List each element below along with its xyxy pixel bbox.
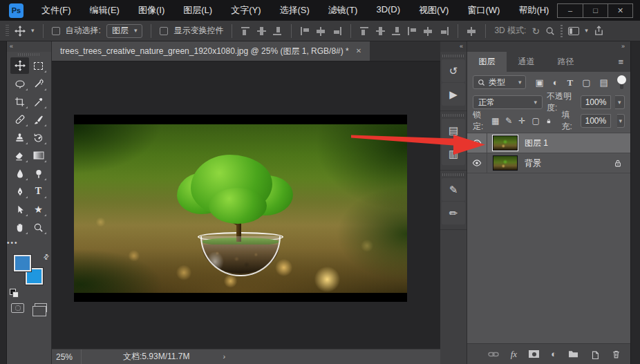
quick-mask-button[interactable] xyxy=(11,303,24,313)
maximize-button[interactable]: □ xyxy=(583,4,608,17)
align-left-edges-icon[interactable] xyxy=(300,26,310,36)
auto-select-checkbox[interactable] xyxy=(52,27,60,35)
filter-type-layers-icon[interactable]: T xyxy=(567,78,574,87)
link-layers-icon[interactable] xyxy=(488,350,499,358)
filter-shape-layers-icon[interactable]: ▢ xyxy=(582,78,590,87)
actions-panel-button[interactable]: ▶ xyxy=(442,83,465,106)
edit-toolbar-icon[interactable]: ••• xyxy=(7,240,19,247)
pasteboard[interactable] xyxy=(52,61,440,349)
blur-tool[interactable] xyxy=(10,165,29,182)
lock-position-icon[interactable]: ✛ xyxy=(518,117,525,125)
pen-tool[interactable] xyxy=(10,183,29,200)
path-selection-tool[interactable] xyxy=(10,201,29,218)
new-group-icon[interactable] xyxy=(568,349,578,358)
dodge-tool[interactable] xyxy=(29,165,48,182)
filter-pixel-layers-icon[interactable]: ▣ xyxy=(535,78,543,87)
menu-image[interactable]: 图像(I) xyxy=(138,4,164,17)
document-tab[interactable]: trees_trees_creative_nature_green_1920x1… xyxy=(52,41,370,61)
tab-paths[interactable]: 路径 xyxy=(546,52,585,72)
lock-artboard-icon[interactable]: ▢ xyxy=(531,117,539,125)
magic-wand-tool[interactable] xyxy=(29,75,48,92)
3d-rotate-icon[interactable]: ↻ xyxy=(531,26,540,36)
menu-type[interactable]: 文字(Y) xyxy=(231,4,261,17)
background-thumbnail[interactable] xyxy=(493,155,518,171)
workspace-caret-icon[interactable]: ▾ xyxy=(585,28,588,34)
layer-row-layer1[interactable]: 图层 1 xyxy=(467,133,630,153)
menu-window[interactable]: 窗口(W) xyxy=(467,4,500,17)
opacity-caret[interactable]: ▾ xyxy=(615,95,625,109)
zoom-level-field[interactable]: 25% xyxy=(52,349,82,364)
brushes-panel-button[interactable]: ✏ xyxy=(442,202,465,224)
fill-field[interactable]: 100% xyxy=(581,114,611,128)
menu-select[interactable]: 选择(S) xyxy=(279,4,309,17)
blend-mode-dropdown[interactable]: 正常 ▾ xyxy=(473,95,543,109)
3d-zoom-icon[interactable] xyxy=(545,26,555,36)
show-transform-checkbox[interactable] xyxy=(160,27,168,35)
history-panel-button[interactable]: ↺ xyxy=(442,59,465,82)
move-tool[interactable] xyxy=(10,57,29,74)
brush-settings-panel-button[interactable]: ✎ xyxy=(442,178,465,201)
distribute-left-icon[interactable] xyxy=(407,26,417,36)
opacity-field[interactable]: 100% xyxy=(581,95,611,109)
canvas-image[interactable] xyxy=(74,115,407,302)
layer-style-fx-icon[interactable]: fx xyxy=(511,349,517,358)
menu-help[interactable]: 帮助(H) xyxy=(518,4,549,17)
status-chevron-icon[interactable]: › xyxy=(223,353,226,361)
filter-toggle-switch[interactable] xyxy=(617,75,625,89)
collapse-tools-icon[interactable]: « xyxy=(10,44,13,50)
close-button[interactable]: ✕ xyxy=(608,4,632,17)
foreground-color-swatch[interactable] xyxy=(14,255,31,271)
healing-brush-tool[interactable] xyxy=(10,111,29,128)
custom-shape-tool[interactable]: ★ xyxy=(29,201,48,218)
gradient-tool[interactable] xyxy=(29,147,48,164)
menu-edit[interactable]: 编辑(E) xyxy=(90,4,120,17)
hand-tool[interactable] xyxy=(10,219,29,236)
filter-type-dropdown[interactable]: 类型 ▾ xyxy=(473,75,526,89)
workspace-icon[interactable] xyxy=(568,27,579,35)
delete-layer-icon[interactable] xyxy=(612,349,621,359)
new-layer-icon[interactable] xyxy=(590,349,600,359)
add-layer-mask-icon[interactable] xyxy=(529,350,539,358)
distribute-spacing-icon[interactable] xyxy=(467,26,477,36)
expand-panels-icon[interactable]: « xyxy=(460,44,463,50)
layer1-name[interactable]: 图层 1 xyxy=(525,137,548,149)
menu-file[interactable]: 文件(F) xyxy=(41,4,71,17)
align-vertical-centers-icon[interactable] xyxy=(256,26,267,36)
share-icon[interactable] xyxy=(594,26,604,36)
align-bottom-edges-icon[interactable] xyxy=(272,26,283,36)
minimize-button[interactable]: – xyxy=(558,4,583,17)
tool-preset-caret-icon[interactable]: ▾ xyxy=(31,28,35,34)
background-name[interactable]: 背景 xyxy=(525,157,541,169)
default-colors-icon[interactable] xyxy=(10,289,16,295)
filter-smart-objects-icon[interactable]: ▤ xyxy=(600,78,608,87)
lock-image-pixels-icon[interactable]: ✎ xyxy=(505,117,512,125)
lock-transparent-pixels-icon[interactable]: ▦ xyxy=(491,117,499,125)
distribute-bottom-icon[interactable] xyxy=(391,26,402,36)
menu-view[interactable]: 视图(V) xyxy=(419,4,449,17)
zoom-tool[interactable] xyxy=(29,219,48,236)
eraser-tool[interactable] xyxy=(10,147,29,164)
layer-row-background[interactable]: 背景 xyxy=(467,153,630,173)
tab-layers[interactable]: 图层 xyxy=(467,52,507,72)
auto-select-target-dropdown[interactable]: 图层 ▾ xyxy=(106,24,143,38)
type-tool[interactable]: T xyxy=(29,183,48,200)
collapse-dock-icon[interactable]: » xyxy=(621,44,625,50)
distribute-vertical-icon[interactable] xyxy=(375,26,386,36)
screen-mode-button[interactable] xyxy=(35,303,47,312)
background-visibility-toggle[interactable] xyxy=(467,153,487,173)
panel-menu-icon[interactable]: ≡ xyxy=(618,57,623,66)
tab-close-icon[interactable]: ✕ xyxy=(356,48,361,55)
clone-stamp-tool[interactable] xyxy=(10,129,29,146)
history-brush-tool[interactable] xyxy=(29,129,48,146)
layer1-visibility-toggle[interactable] xyxy=(467,133,487,153)
menu-3d[interactable]: 3D(D) xyxy=(376,4,400,17)
marquee-tool[interactable] xyxy=(29,57,48,74)
align-horizontal-centers-icon[interactable] xyxy=(316,26,326,36)
tools-grip[interactable] xyxy=(7,52,51,57)
distribute-top-icon[interactable] xyxy=(359,26,370,36)
distribute-right-icon[interactable] xyxy=(439,26,449,36)
layer1-thumbnail[interactable] xyxy=(493,135,518,151)
brush-tool[interactable] xyxy=(29,111,48,128)
eyedropper-tool[interactable] xyxy=(29,93,48,110)
crop-tool[interactable] xyxy=(10,93,29,110)
